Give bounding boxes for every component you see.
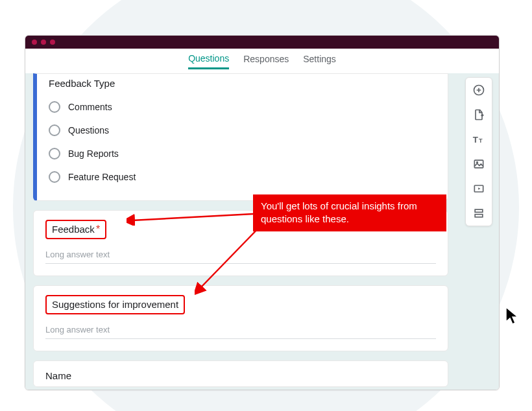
option-row[interactable]: Feature Request — [49, 165, 436, 189]
question-title: Suggestions for improvement — [52, 299, 178, 310]
radio-icon[interactable] — [49, 101, 60, 113]
form-area: Feedback Type Comments Questions Bug Rep… — [25, 73, 499, 390]
question-card-suggestions[interactable]: Suggestions for improvement Long answer … — [33, 285, 448, 351]
option-label: Questions — [68, 125, 109, 135]
question-title: Feedback — [52, 224, 95, 235]
long-answer-placeholder[interactable]: Long answer text — [45, 250, 436, 264]
question-card-feedback-type[interactable]: Feedback Type Comments Questions Bug Rep… — [33, 73, 448, 201]
svg-rect-11 — [475, 215, 483, 217]
tab-responses[interactable]: Responses — [243, 54, 289, 68]
radio-icon[interactable] — [49, 171, 60, 183]
add-image-icon[interactable] — [472, 157, 486, 171]
cursor-icon — [505, 306, 522, 328]
question-title: Name — [45, 370, 436, 381]
form-tabs: Questions Responses Settings — [25, 49, 499, 73]
annotation-callout: You'll get lots of crucial insights from… — [253, 194, 446, 231]
option-row[interactable]: Questions — [49, 119, 436, 142]
tab-settings[interactable]: Settings — [303, 54, 336, 68]
radio-icon[interactable] — [49, 124, 60, 136]
option-row[interactable]: Bug Reports — [49, 142, 436, 165]
window-dot — [50, 40, 55, 45]
required-star: * — [96, 224, 100, 235]
option-label: Feature Request — [68, 172, 136, 182]
add-video-icon[interactable] — [472, 182, 486, 196]
option-row[interactable]: Comments — [49, 95, 436, 119]
svg-text:T: T — [473, 135, 478, 145]
svg-rect-10 — [475, 209, 483, 212]
add-question-icon[interactable] — [472, 83, 486, 97]
question-title: Feedback Type — [49, 78, 436, 89]
svg-text:T: T — [479, 137, 483, 144]
question-card-name[interactable]: Name — [33, 360, 448, 387]
svg-point-7 — [477, 162, 478, 163]
annotation-highlight-feedback: Feedback* — [45, 220, 106, 239]
long-answer-placeholder[interactable]: Long answer text — [45, 325, 436, 339]
callout-text: You'll get lots of crucial insights from… — [261, 200, 417, 224]
side-toolbar: TT — [465, 77, 492, 226]
add-title-icon[interactable]: TT — [472, 132, 486, 147]
annotation-highlight-suggestions: Suggestions for improvement — [45, 295, 185, 314]
add-section-icon[interactable] — [472, 206, 486, 220]
import-questions-icon[interactable] — [472, 108, 486, 122]
svg-rect-6 — [474, 160, 483, 168]
option-label: Comments — [68, 102, 112, 112]
tab-questions[interactable]: Questions — [188, 53, 229, 69]
window-titlebar — [25, 36, 499, 49]
window-dot — [41, 40, 46, 45]
window-dot — [32, 40, 37, 45]
radio-icon[interactable] — [49, 148, 60, 159]
option-label: Bug Reports — [68, 148, 119, 159]
svg-marker-9 — [478, 187, 480, 189]
